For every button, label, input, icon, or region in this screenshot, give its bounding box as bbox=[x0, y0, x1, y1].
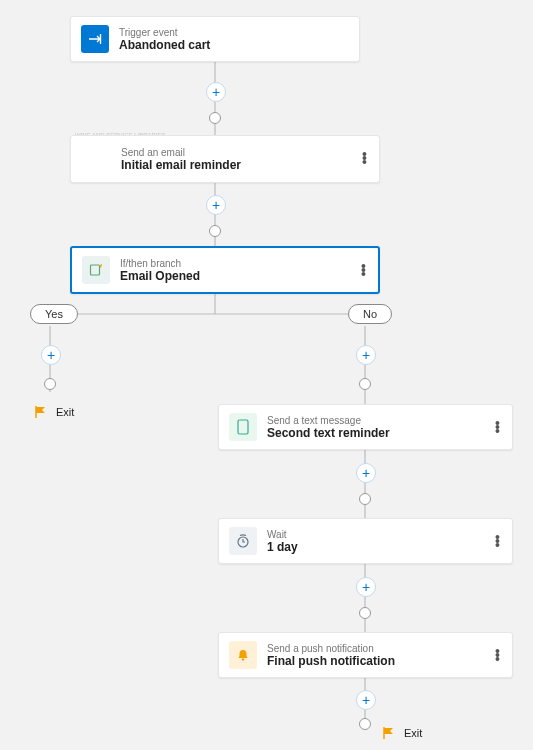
node-wait[interactable]: Wait 1 day ••• bbox=[218, 518, 513, 564]
node-category: Send a text message bbox=[267, 415, 390, 426]
node-title: Initial email reminder bbox=[121, 158, 241, 172]
branch-no-pill[interactable]: No bbox=[348, 304, 392, 324]
node-category: If/then branch bbox=[120, 258, 200, 269]
journey-canvas: Trigger event Abandoned cart + WINE AND … bbox=[0, 0, 533, 750]
branch-icon bbox=[82, 256, 110, 284]
node-title: Email Opened bbox=[120, 269, 200, 283]
node-menu-button[interactable]: ••• bbox=[362, 152, 367, 164]
push-icon bbox=[229, 641, 257, 669]
svg-rect-10 bbox=[91, 265, 100, 275]
connector-endpoint bbox=[209, 112, 221, 124]
connector-endpoint bbox=[359, 378, 371, 390]
connector-endpoint bbox=[359, 493, 371, 505]
node-menu-button[interactable]: ••• bbox=[495, 535, 500, 547]
add-node-button[interactable]: + bbox=[356, 345, 376, 365]
add-node-button[interactable]: + bbox=[356, 463, 376, 483]
node-email[interactable]: Send an email Initial email reminder ••• bbox=[70, 135, 380, 183]
exit-marker: Exit bbox=[34, 405, 74, 419]
flag-icon bbox=[382, 726, 396, 740]
exit-marker: Exit bbox=[382, 726, 422, 740]
add-node-button[interactable]: + bbox=[206, 82, 226, 102]
exit-label: Exit bbox=[56, 406, 74, 418]
wait-icon bbox=[229, 527, 257, 555]
node-sms[interactable]: Send a text message Second text reminder… bbox=[218, 404, 513, 450]
node-title: Final push notification bbox=[267, 654, 395, 668]
node-title: 1 day bbox=[267, 540, 298, 554]
node-menu-button[interactable]: ••• bbox=[495, 649, 500, 661]
node-push[interactable]: Send a push notification Final push noti… bbox=[218, 632, 513, 678]
svg-rect-12 bbox=[238, 420, 248, 434]
connector-endpoint bbox=[359, 607, 371, 619]
node-category: Trigger event bbox=[119, 27, 210, 38]
node-title: Second text reminder bbox=[267, 426, 390, 440]
sms-icon bbox=[229, 413, 257, 441]
add-node-button[interactable]: + bbox=[206, 195, 226, 215]
flag-icon bbox=[34, 405, 48, 419]
node-category: Wait bbox=[267, 529, 298, 540]
branch-yes-pill[interactable]: Yes bbox=[30, 304, 78, 324]
node-title: Abandoned cart bbox=[119, 38, 210, 52]
svg-point-14 bbox=[242, 658, 244, 660]
node-menu-button[interactable]: ••• bbox=[361, 264, 366, 276]
node-category: Send a push notification bbox=[267, 643, 395, 654]
connector-endpoint bbox=[44, 378, 56, 390]
node-trigger[interactable]: Trigger event Abandoned cart bbox=[70, 16, 360, 62]
connector-endpoint bbox=[209, 225, 221, 237]
exit-label: Exit bbox=[404, 727, 422, 739]
add-node-button[interactable]: + bbox=[356, 690, 376, 710]
node-menu-button[interactable]: ••• bbox=[495, 421, 500, 433]
trigger-icon bbox=[81, 25, 109, 53]
add-node-button[interactable]: + bbox=[356, 577, 376, 597]
add-node-button[interactable]: + bbox=[41, 345, 61, 365]
node-branch[interactable]: If/then branch Email Opened ••• bbox=[70, 246, 380, 294]
connector-endpoint bbox=[359, 718, 371, 730]
node-category: Send an email bbox=[121, 147, 241, 158]
